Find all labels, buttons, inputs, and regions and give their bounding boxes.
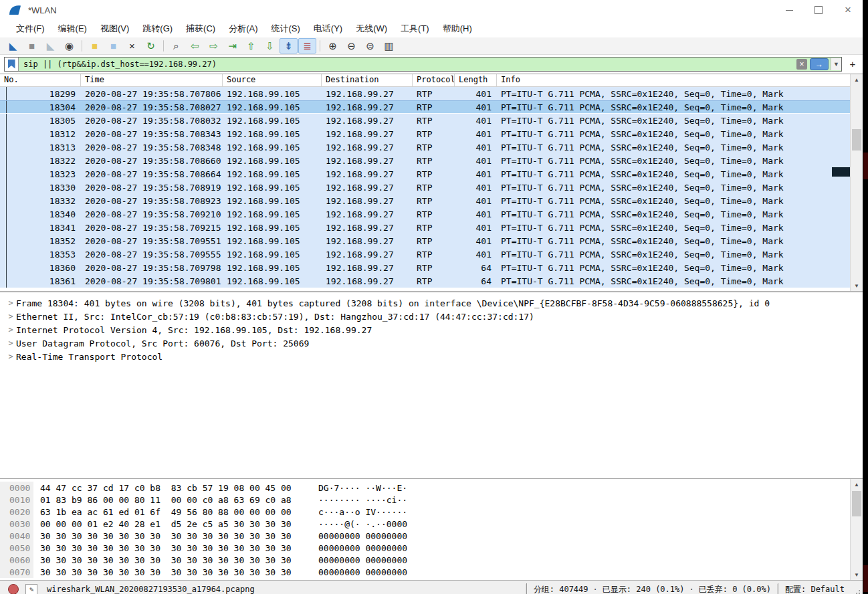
reload-file-icon[interactable]: ↻ xyxy=(142,38,160,54)
detail-row[interactable]: > Frame 18304: 401 bytes on wire (3208 b… xyxy=(0,296,863,310)
menu-item[interactable]: 工具(T) xyxy=(394,21,436,37)
hex-row[interactable]: 0010 01 83 b9 86 00 00 80 11 00 00 c0 a8… xyxy=(0,494,863,506)
colorize-icon[interactable]: ≣ xyxy=(298,38,316,54)
menu-item[interactable]: 帮助(H) xyxy=(436,21,479,37)
column-header[interactable]: Protocol xyxy=(413,74,455,86)
toolbar-separator[interactable] xyxy=(163,40,164,52)
menu-item[interactable]: 统计(S) xyxy=(264,21,306,37)
detail-row[interactable]: > Ethernet II, Src: IntelCor_cb:57:19 (c… xyxy=(0,310,863,323)
zoom-in-icon[interactable]: ⊕ xyxy=(324,38,342,54)
packet-row[interactable]: 18340 2020-08-27 19:35:58.709210 192.168… xyxy=(0,207,863,221)
column-header[interactable]: Time xyxy=(81,74,223,86)
packet-row[interactable]: 18330 2020-08-27 19:35:58.708919 192.168… xyxy=(0,181,863,194)
detail-text: Internet Protocol Version 4, Src: 192.16… xyxy=(16,325,372,335)
resize-grip[interactable] xyxy=(853,589,860,594)
expander-chevron-icon[interactable]: > xyxy=(5,298,16,308)
menu-item[interactable]: 捕获(C) xyxy=(179,21,222,37)
hex-row[interactable]: 0020 63 1b ea ac 61 ed 01 6f 49 56 80 88… xyxy=(0,506,863,518)
packet-row[interactable]: 18360 2020-08-27 19:35:58.709798 192.168… xyxy=(0,261,863,274)
column-header[interactable]: Destination xyxy=(322,74,413,86)
packet-row[interactable]: 18313 2020-08-27 19:35:58.708348 192.168… xyxy=(0,140,863,154)
go-bottom-icon[interactable]: ⇩ xyxy=(261,38,279,54)
resize-columns-icon[interactable]: ▥ xyxy=(380,38,398,54)
cell-time: 2020-08-27 19:35:58.708660 xyxy=(81,156,223,166)
expander-chevron-icon[interactable]: > xyxy=(5,352,16,361)
packet-row[interactable]: 18323 2020-08-27 19:35:58.708664 192.168… xyxy=(0,167,863,181)
menu-item[interactable]: 无线(W) xyxy=(349,21,394,37)
packet-row[interactable]: 18352 2020-08-27 19:35:58.709551 192.168… xyxy=(0,234,863,248)
expert-info-icon[interactable] xyxy=(8,584,19,594)
filter-add-button[interactable]: + xyxy=(847,58,859,70)
packet-row[interactable]: 18332 2020-08-27 19:35:58.708923 192.168… xyxy=(0,194,863,207)
packet-row[interactable]: 18305 2020-08-27 19:35:58.708032 192.168… xyxy=(0,114,863,127)
scroll-down-icon[interactable]: ▼ xyxy=(851,569,863,580)
menu-item[interactable]: 编辑(E) xyxy=(51,21,94,37)
filter-history-dropdown[interactable]: ▼ xyxy=(831,58,841,70)
save-file-icon[interactable]: ■ xyxy=(104,38,122,54)
packet-row[interactable]: 18299 2020-08-27 19:35:58.707806 192.168… xyxy=(0,87,863,100)
toolbar-separator[interactable] xyxy=(82,40,82,52)
scroll-up-icon[interactable]: ▲ xyxy=(851,479,863,490)
column-header[interactable]: Source xyxy=(223,74,322,86)
minimize-button[interactable] xyxy=(774,0,804,20)
open-file-icon[interactable]: ■ xyxy=(86,38,104,54)
filter-expression[interactable]: sip || (rtp&&ip.dst_host==192.168.99.27) xyxy=(19,60,796,69)
hex-row[interactable]: 0040 30 30 30 30 30 30 30 30 30 30 30 30… xyxy=(0,530,863,542)
menu-item[interactable]: 电话(Y) xyxy=(307,21,349,37)
zoom-normal-icon[interactable]: ⊜ xyxy=(361,38,379,54)
filter-bookmark-button[interactable] xyxy=(5,58,19,71)
scroll-down-icon[interactable]: ▼ xyxy=(851,280,863,291)
hex-row[interactable]: 0000 44 47 cc 37 cd 17 c0 b8 83 cb 57 19… xyxy=(0,482,863,494)
hex-row[interactable]: 0060 30 30 30 30 30 30 30 30 30 30 30 30… xyxy=(0,554,863,566)
close-file-icon[interactable]: × xyxy=(123,38,141,54)
display-filter-input[interactable]: sip || (rtp&&ip.dst_host==192.168.99.27)… xyxy=(4,57,842,72)
detail-row[interactable]: > User Datagram Protocol, Src Port: 6007… xyxy=(0,336,863,350)
hex-row[interactable]: 0050 30 30 30 30 30 30 30 30 30 30 30 30… xyxy=(0,542,863,554)
go-back-icon[interactable]: ⇦ xyxy=(186,38,204,54)
capture-comment-icon[interactable]: ✎ xyxy=(25,584,37,594)
scroll-up-icon[interactable]: ▲ xyxy=(851,74,863,85)
menu-item[interactable]: 跳转(G) xyxy=(136,21,179,37)
go-forward-icon[interactable]: ⇨ xyxy=(205,38,223,54)
column-header[interactable]: No. xyxy=(0,74,81,86)
packet-list-scrollbar[interactable]: ▲ ▼ xyxy=(850,74,863,291)
column-header[interactable]: Info xyxy=(497,74,863,86)
zoom-out-icon[interactable]: ⊖ xyxy=(342,38,360,54)
expander-chevron-icon[interactable]: > xyxy=(5,338,16,348)
menu-item[interactable]: 分析(A) xyxy=(222,21,264,37)
hex-row[interactable]: 0030 00 00 00 01 e2 40 28 e1 d5 2e c5 a5… xyxy=(0,518,863,530)
column-header[interactable]: Length xyxy=(455,74,497,86)
stop-capture-icon[interactable]: ■ xyxy=(23,38,41,54)
filter-clear-button[interactable]: × xyxy=(796,59,807,70)
cell-source: 192.168.99.105 xyxy=(223,196,322,206)
restart-capture-icon[interactable]: ◣ xyxy=(41,38,60,54)
scrollbar-thumb[interactable] xyxy=(852,491,861,516)
go-top-icon[interactable]: ⇧ xyxy=(242,38,260,54)
auto-scroll-icon[interactable]: ⇟ xyxy=(280,38,298,54)
packet-row[interactable]: 18353 2020-08-27 19:35:58.709555 192.168… xyxy=(0,248,863,261)
find-icon[interactable]: ⌕ xyxy=(167,38,185,54)
menu-item[interactable]: 文件(F) xyxy=(9,21,51,37)
menu-item[interactable]: 视图(V) xyxy=(94,21,136,37)
expander-chevron-icon[interactable]: > xyxy=(5,325,16,334)
scrollbar-map-mark xyxy=(832,167,850,177)
packet-row[interactable]: 18341 2020-08-27 19:35:58.709215 192.168… xyxy=(0,221,863,234)
hex-scrollbar[interactable]: ▲ ▼ xyxy=(850,479,863,580)
close-button[interactable]: × xyxy=(833,0,863,20)
detail-row[interactable]: > Internet Protocol Version 4, Src: 192.… xyxy=(0,323,863,336)
packet-row[interactable]: 18322 2020-08-27 19:35:58.708660 192.168… xyxy=(0,154,863,167)
profile-selector[interactable]: 配置: Default xyxy=(778,583,851,594)
maximize-button[interactable] xyxy=(804,0,833,20)
packet-row[interactable]: 18304 2020-08-27 19:35:58.708027 192.168… xyxy=(0,100,863,114)
detail-row[interactable]: > Real-Time Transport Protocol xyxy=(0,350,863,363)
hex-row[interactable]: 0070 30 30 30 30 30 30 30 30 30 30 30 30… xyxy=(0,566,863,578)
packet-row[interactable]: 18361 2020-08-27 19:35:58.709801 192.168… xyxy=(0,274,863,288)
scrollbar-thumb[interactable] xyxy=(852,129,861,151)
toolbar-separator[interactable] xyxy=(320,40,320,52)
expander-chevron-icon[interactable]: > xyxy=(5,312,16,321)
filter-apply-button[interactable]: → xyxy=(810,58,829,70)
go-to-packet-icon[interactable]: ⇥ xyxy=(223,38,241,54)
start-capture-icon[interactable]: ◣ xyxy=(4,38,22,54)
capture-options-icon[interactable]: ◉ xyxy=(60,38,78,54)
packet-row[interactable]: 18312 2020-08-27 19:35:58.708343 192.168… xyxy=(0,127,863,140)
